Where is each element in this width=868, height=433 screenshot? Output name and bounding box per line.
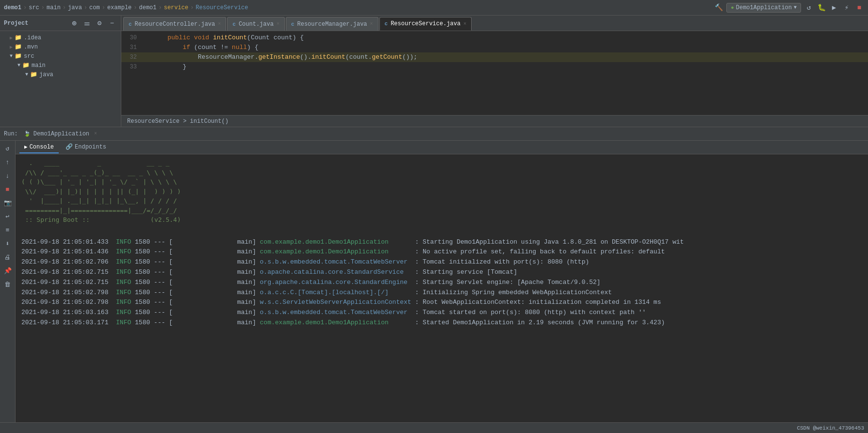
tree-item-main[interactable]: ▼ 📁 main [0, 61, 121, 70]
folder-icon: 📁 [22, 62, 30, 69]
sidebar-title: Project [4, 20, 66, 27]
spring-boot-icon: 🍃 [24, 131, 31, 137]
stop-icon[interactable]: ■ [854, 3, 864, 13]
undo-button[interactable]: ↩ [2, 211, 14, 222]
console-tabs: ▶ Console 🔗 Endpoints [16, 141, 868, 154]
tree-label: java [39, 71, 53, 78]
download-button[interactable]: ⬇ [2, 238, 14, 250]
scroll-down-button[interactable]: ↓ [2, 170, 14, 182]
endpoints-icon: 🔗 [66, 143, 73, 150]
log-line-7: 2021-09-18 21:05:02.798 INFO 1580 --- [ … [21, 298, 862, 308]
tab-console[interactable]: ▶ Console [19, 142, 59, 153]
tree-label: .idea [24, 34, 41, 41]
tree-item-java[interactable]: ▼ 📁 java [0, 70, 121, 79]
build-icon[interactable]: 🔨 [714, 3, 723, 13]
tab-close-icon[interactable]: × [277, 21, 279, 27]
tree-item-src[interactable]: ▼ 📁 src [0, 51, 121, 61]
tab-close-icon[interactable]: × [463, 21, 466, 27]
rerun-button[interactable]: ↺ [2, 143, 14, 154]
run-header: Run: 🍃 Demo1Application × [0, 127, 868, 141]
run-coverage-icon[interactable]: ▶ [829, 3, 839, 13]
line-code: } [150, 62, 868, 72]
tab-console-label: Console [30, 144, 54, 150]
run-label: Run: [4, 131, 18, 137]
java-file-icon: c [291, 21, 295, 27]
tab-label: ResourceController.java [135, 21, 215, 28]
tab-resource-manager[interactable]: c ResourceManager.java × [286, 17, 378, 31]
line-gutter [141, 43, 150, 52]
log-line-9: 2021-09-18 21:05:03.171 INFO 1580 --- [ … [21, 318, 862, 328]
run-app-close[interactable]: × [94, 131, 97, 136]
line-gutter [141, 33, 150, 43]
profiler-icon[interactable]: ⚡ [842, 3, 852, 13]
debug-icon[interactable]: 🐛 [817, 3, 826, 13]
tree-arrow: ▶ [10, 35, 13, 41]
code-content: 30 public void initCount(Count count) { … [121, 31, 868, 115]
tree-item-idea[interactable]: ▶ 📁 .idea [0, 33, 121, 42]
sidebar-add-icon[interactable]: ⊕ [69, 18, 79, 28]
line-number: 32 [121, 52, 141, 62]
delete-button[interactable]: 🗑 [2, 279, 14, 290]
log-line-5: 2021-09-18 21:05:02.715 INFO 1580 --- [ … [21, 278, 862, 288]
print-button[interactable]: 🖨 [2, 251, 14, 263]
status-bar: CSDN @weixin_47396453 [0, 422, 868, 433]
code-line-31: 31 if (count != null) { [121, 43, 868, 52]
line-gutter [141, 62, 150, 72]
editor-tabs: c ResourceController.java × c Count.java… [121, 16, 868, 31]
log-line-8: 2021-09-18 21:05:03.163 INFO 1580 --- [ … [21, 308, 862, 318]
java-file-icon: c [232, 21, 236, 27]
run-panel: Run: 🍃 Demo1Application × ↺ ↑ ↓ ■ 📷 ↩ ≡ … [0, 127, 868, 422]
tab-count[interactable]: c Count.java × [227, 17, 285, 31]
stop-button[interactable]: ■ [2, 183, 14, 195]
tree-label: src [24, 53, 34, 60]
log-line-4: 2021-09-18 21:05:02.715 INFO 1580 --- [ … [21, 267, 862, 278]
run-app-label: Demo1Application [33, 131, 89, 137]
tab-resource-service[interactable]: c ResourceService.java × [379, 17, 472, 31]
line-number: 31 [121, 43, 141, 52]
editor-breadcrumb-text: ResourceService > initCount() [127, 118, 229, 125]
title-bar-right: 🔨 ● Demo1Application ▼ ↺ 🐛 ▶ ⚡ ■ [714, 3, 864, 13]
sidebar-tree: ▶ 📁 .idea ▶ 📁 .mvn ▼ 📁 src ▼ 📁 m [0, 31, 121, 81]
list-button[interactable]: ≡ [2, 224, 14, 236]
sidebar-layout-icon[interactable]: ⚌ [82, 18, 92, 28]
folder-icon: 📁 [15, 52, 22, 60]
tree-label: .mvn [24, 44, 38, 50]
editor-breadcrumb: ResourceService > initCount() [121, 115, 868, 127]
java-file-icon: c [129, 21, 132, 27]
tree-arrow: ▼ [25, 72, 28, 77]
pin-button[interactable]: 📌 [2, 265, 14, 277]
tab-resource-controller[interactable]: c ResourceController.java × [123, 17, 226, 31]
snapshot-button[interactable]: 📷 [2, 197, 14, 209]
line-number: 33 [121, 62, 141, 72]
run-app-tab[interactable]: 🍃 Demo1Application × [24, 131, 97, 137]
run-config-dropdown-icon[interactable]: ▼ [794, 5, 797, 10]
tab-endpoints[interactable]: 🔗 Endpoints [61, 142, 111, 153]
log-line-6: 2021-09-18 21:05:02.798 INFO 1580 --- [ … [21, 288, 862, 298]
main-layout: Project ⊕ ⚌ ⚙ − ▶ 📁 .idea ▶ 📁 .mvn ▼ [0, 16, 868, 433]
tree-item-mvn[interactable]: ▶ 📁 .mvn [0, 42, 121, 51]
code-line-30: 30 public void initCount(Count count) { [121, 33, 868, 43]
log-line-2: 2021-09-18 21:05:01.436 INFO 1580 --- [ … [21, 247, 862, 257]
tab-close-icon[interactable]: × [218, 21, 221, 27]
folder-icon: 📁 [30, 71, 37, 78]
sidebar-minimize-icon[interactable]: − [107, 18, 117, 28]
tab-close-icon[interactable]: × [370, 21, 373, 27]
sidebar-settings-icon[interactable]: ⚙ [95, 18, 104, 28]
console-output[interactable]: . ____ _ __ _ _ /\\ / ___'_ __ _ _(_)_ _… [16, 154, 868, 422]
tree-label: main [32, 62, 46, 69]
watermark: CSDN @weixin_47396453 [797, 425, 864, 431]
tree-arrow: ▼ [10, 53, 13, 59]
tab-label: Count.java [239, 21, 274, 28]
breadcrumb-project: demo1 [4, 4, 21, 11]
console-icon: ▶ [24, 144, 28, 150]
log-line-1: 2021-09-18 21:05:01.433 INFO 1580 --- [ … [21, 237, 862, 248]
log-line-3: 2021-09-18 21:05:02.706 INFO 1580 --- [ … [21, 257, 862, 267]
folder-icon: 📁 [15, 34, 22, 41]
line-code: if (count != null) { [150, 43, 868, 52]
refresh-icon[interactable]: ↺ [804, 3, 814, 13]
run-config-selector[interactable]: ● Demo1Application ▼ [726, 3, 801, 13]
code-line-33: 33 } [121, 62, 868, 72]
editor-area: Project ⊕ ⚌ ⚙ − ▶ 📁 .idea ▶ 📁 .mvn ▼ [0, 16, 868, 127]
scroll-up-button[interactable]: ↑ [2, 156, 14, 168]
run-config-label: Demo1Application [736, 4, 792, 11]
